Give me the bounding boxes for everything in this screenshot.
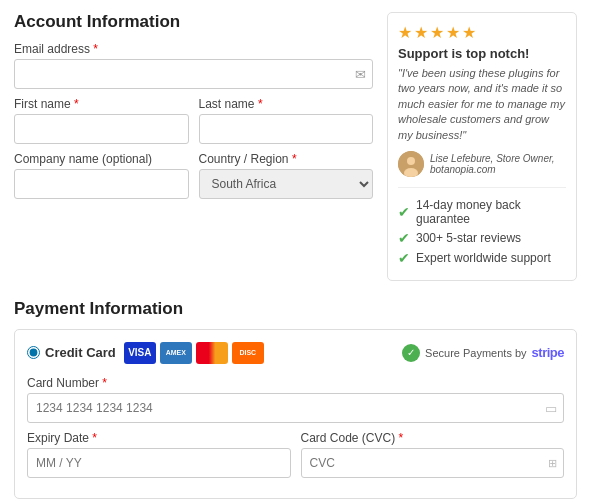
testimonial-box: ★★★★★ Support is top notch! "I've been u… <box>387 12 577 281</box>
stripe-logo: stripe <box>532 345 564 360</box>
company-input[interactable] <box>14 169 189 199</box>
testimonial-author: Lise Lefebure, Store Owner, botanopia.co… <box>398 151 566 177</box>
credit-card-radio[interactable] <box>27 346 40 359</box>
author-name: Lise Lefebure, Store Owner, botanopia.co… <box>430 153 566 175</box>
credit-card-label: Credit Card <box>45 345 116 360</box>
email-input[interactable] <box>14 59 373 89</box>
cvc-label: Card Code (CVC) * <box>301 431 565 445</box>
check-icon-2: ✔ <box>398 230 410 246</box>
card-inline-icon: ▭ <box>545 400 557 415</box>
payment-section: Credit Card VISA AMEX DISC ✓ Secure Paym… <box>14 329 577 499</box>
amex-icon: AMEX <box>160 342 192 364</box>
company-country-row: Company name (optional) Country / Region… <box>14 152 373 207</box>
discover-icon: DISC <box>232 342 264 364</box>
cvc-group: Card Code (CVC) * ⊞ <box>301 431 565 478</box>
testimonial-text: "I've been using these plugins for two y… <box>398 66 566 143</box>
account-title: Account Information <box>14 12 373 32</box>
cvc-icon: ⊞ <box>548 456 557 469</box>
payment-methods-row: Credit Card VISA AMEX DISC ✓ Secure Paym… <box>27 342 564 364</box>
company-label: Company name (optional) <box>14 152 189 166</box>
card-number-wrapper: ▭ <box>27 393 564 423</box>
author-avatar <box>398 151 424 177</box>
benefit-1: ✔ 14-day money back guarantee <box>398 198 566 226</box>
card-icons: VISA AMEX DISC <box>124 342 264 364</box>
first-name-label: First name * <box>14 97 189 111</box>
expiry-input[interactable] <box>27 448 291 478</box>
last-name-input[interactable] <box>199 114 374 144</box>
benefits-list: ✔ 14-day money back guarantee ✔ 300+ 5-s… <box>398 198 566 266</box>
country-label: Country / Region * <box>199 152 374 166</box>
credit-card-radio-label[interactable]: Credit Card <box>27 345 116 360</box>
visa-icon: VISA <box>124 342 156 364</box>
email-group: Email address * ✉ <box>14 42 373 89</box>
card-number-label: Card Number * <box>27 376 564 390</box>
email-wrapper: ✉ <box>14 59 373 89</box>
secure-stripe: ✓ Secure Payments by stripe <box>402 344 564 362</box>
check-icon-1: ✔ <box>398 204 410 220</box>
email-label: Email address * <box>14 42 373 56</box>
testimonial-stars: ★★★★★ <box>398 23 566 42</box>
last-name-group: Last name * <box>199 97 374 144</box>
company-group: Company name (optional) <box>14 152 189 199</box>
credit-card-method: Credit Card VISA AMEX DISC <box>27 342 264 364</box>
secure-label: Secure Payments by <box>425 347 527 359</box>
expiry-cvc-row: Expiry Date * Card Code (CVC) * ⊞ <box>27 431 564 486</box>
benefit-2: ✔ 300+ 5-star reviews <box>398 230 566 246</box>
expiry-group: Expiry Date * <box>27 431 291 478</box>
country-select[interactable]: South Africa <box>199 169 374 199</box>
shield-icon: ✓ <box>402 344 420 362</box>
card-number-group: Card Number * ▭ <box>27 376 564 423</box>
cvc-input[interactable] <box>301 448 565 478</box>
benefit-3: ✔ Expert worldwide support <box>398 250 566 266</box>
name-row: First name * Last name * <box>14 97 373 152</box>
first-name-input[interactable] <box>14 114 189 144</box>
svg-point-1 <box>407 157 415 165</box>
last-name-label: Last name * <box>199 97 374 111</box>
expiry-label: Expiry Date * <box>27 431 291 445</box>
check-icon-3: ✔ <box>398 250 410 266</box>
country-group: Country / Region * South Africa <box>199 152 374 199</box>
payment-title: Payment Information <box>14 299 577 319</box>
cvc-wrapper: ⊞ <box>301 448 565 478</box>
first-name-group: First name * <box>14 97 189 144</box>
envelope-icon: ✉ <box>355 67 366 82</box>
mastercard-icon <box>196 342 228 364</box>
account-info-section: Account Information Email address * ✉ Fi… <box>14 12 373 281</box>
divider <box>398 187 566 188</box>
testimonial-title: Support is top notch! <box>398 46 566 61</box>
card-number-input[interactable] <box>27 393 564 423</box>
